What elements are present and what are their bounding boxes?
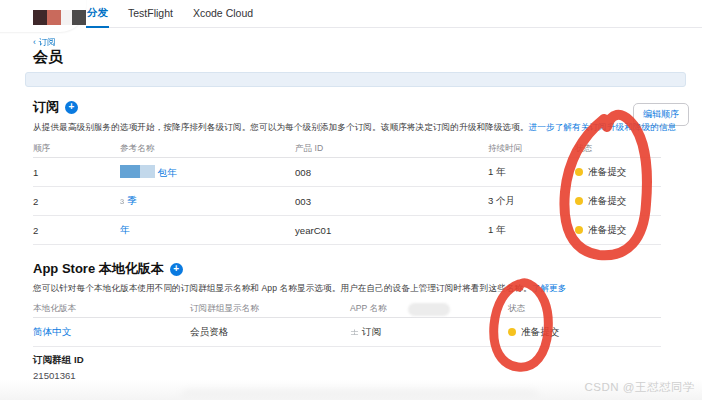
app-logo-redacted	[33, 10, 86, 25]
subscriptions-description-text: 从提供最高级别服务的选项开始，按降序排列各级订阅。您可以为每个级别添加多个订阅。…	[33, 122, 529, 132]
yellow-status-dot-icon	[575, 197, 583, 205]
status-text: 准备提交	[588, 166, 626, 179]
col-duration: 持续时间	[488, 143, 575, 155]
reference-name-cell: 包年	[120, 165, 295, 180]
localizations-table-header: 本地化版本 订阅群组显示名称 APP 名称 状态	[33, 300, 661, 318]
col-status: 状态	[508, 303, 661, 315]
status-badge: 准备提交	[575, 195, 661, 208]
subscriptions-description: 从提供最高级别服务的选项开始，按降序排列各级订阅。您可以为每个级别添加多个订阅。…	[33, 122, 676, 134]
table-row: 简体中文 会员资格 ᆂ订阅 准备提交	[33, 318, 661, 347]
product-id-value: 008	[295, 167, 488, 178]
yellow-status-dot-icon	[575, 168, 583, 176]
order-value: 2	[33, 196, 120, 207]
redaction-blob	[408, 303, 450, 316]
redaction-fragment: ᆂ	[350, 327, 359, 337]
add-subscription-button[interactable]: +	[65, 101, 78, 114]
reference-name-cell: 年	[120, 224, 295, 237]
status-text: 准备提交	[588, 195, 626, 208]
logo-block	[47, 10, 61, 25]
localizations-section-heading: App Store 本地化版本 +	[33, 260, 183, 278]
col-localization: 本地化版本	[33, 303, 190, 315]
subscriptions-section-heading: 订阅 +	[33, 98, 78, 116]
col-reference-name: 参考名称	[120, 143, 295, 155]
page-title: 会员	[33, 48, 63, 67]
app-name-value: 订阅	[362, 326, 381, 337]
tab-testflight[interactable]: TestFlight	[127, 0, 174, 27]
product-id-value: yearC01	[295, 225, 488, 236]
duration-value: 1 年	[488, 166, 575, 179]
col-status: 状态	[575, 143, 661, 155]
subscription-link[interactable]: 包年	[158, 167, 177, 178]
duration-value: 1 年	[488, 224, 575, 237]
add-localization-button[interactable]: +	[170, 263, 183, 276]
table-row: 2 ɜ季 003 3 个月 准备提交	[33, 187, 661, 216]
localizations-section-title: App Store 本地化版本	[33, 260, 164, 278]
breadcrumb-back-label: 订阅	[39, 37, 56, 47]
logo-block	[33, 10, 47, 25]
status-text: 准备提交	[521, 326, 559, 339]
subscriptions-table-header: 顺序 参考名称 产品 ID 持续时间 状态	[33, 140, 661, 158]
learn-more-link[interactable]: 了解更多	[532, 283, 567, 293]
subscriptions-table: 顺序 参考名称 产品 ID 持续时间 状态 1 包年 008 1 年 准备提交 …	[33, 140, 661, 245]
chevron-left-icon: ‹	[33, 37, 36, 47]
yellow-status-dot-icon	[508, 328, 516, 336]
logo-block	[61, 10, 72, 25]
top-tabbar: 分发 TestFlight Xcode Cloud	[86, 0, 702, 28]
localizations-table: 本地化版本 订阅群组显示名称 APP 名称 状态 简体中文 会员资格 ᆂ订阅 准…	[33, 300, 661, 347]
logo-block	[72, 10, 86, 25]
subscriptions-section-title: 订阅	[33, 98, 59, 116]
app-name-cell: ᆂ订阅	[350, 326, 508, 339]
localization-link[interactable]: 简体中文	[33, 326, 190, 339]
subscription-link[interactable]: 年	[120, 224, 130, 235]
status-badge: 准备提交	[508, 326, 661, 339]
order-value: 1	[33, 167, 120, 178]
tab-distribution[interactable]: 分发	[86, 0, 109, 28]
status-badge: 准备提交	[575, 166, 661, 179]
table-row: 1 包年 008 1 年 准备提交	[33, 158, 661, 187]
status-badge: 准备提交	[575, 224, 661, 237]
watermark: CSDN @王怼怼同学	[585, 380, 695, 395]
tab-xcode-cloud[interactable]: Xcode Cloud	[192, 0, 254, 27]
info-banner	[25, 72, 686, 87]
upgrade-downgrade-info-link[interactable]: 进一步了解有关订阅升级和降级的信息	[529, 122, 677, 132]
col-product-id: 产品 ID	[295, 143, 488, 155]
table-row: 2 年 yearC01 1 年 准备提交	[33, 216, 661, 245]
product-id-value: 003	[295, 196, 488, 207]
col-display-name: 订阅群组显示名称	[190, 303, 350, 315]
group-id-label: 订阅群组 ID	[33, 354, 84, 367]
status-text: 准备提交	[588, 224, 626, 237]
yellow-status-dot-icon	[575, 226, 583, 234]
localizations-description-text: 您可以针对每个本地化版本使用不同的订阅群组显示名称和 App 名称显示选项。用户…	[33, 283, 532, 293]
order-value: 2	[33, 225, 120, 236]
reference-name-cell: ɜ季	[120, 195, 295, 208]
redaction-fragment: ɜ	[120, 196, 124, 206]
duration-value: 3 个月	[488, 195, 575, 208]
col-order: 顺序	[33, 143, 120, 155]
localizations-description: 您可以针对每个本地化版本使用不同的订阅群组显示名称和 App 名称显示选项。用户…	[33, 283, 567, 295]
redaction-block	[120, 165, 155, 178]
subscription-link[interactable]: 季	[127, 195, 137, 206]
display-name-value: 会员资格	[190, 326, 350, 339]
